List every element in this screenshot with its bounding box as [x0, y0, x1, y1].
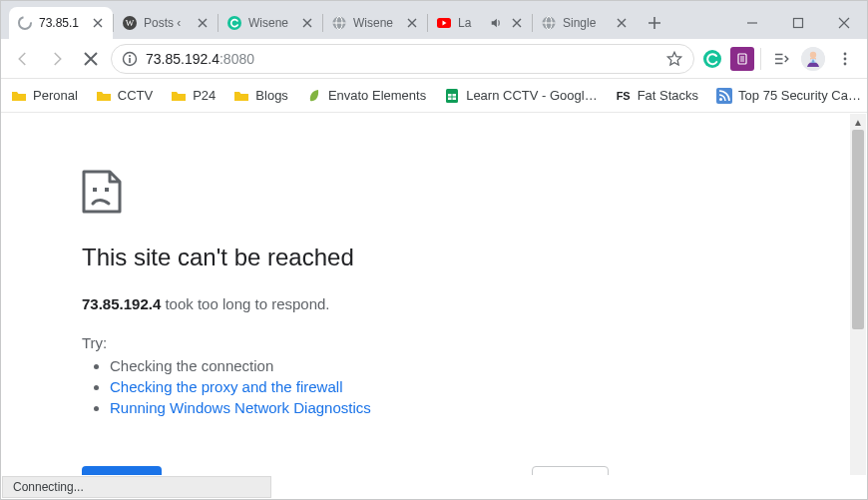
- bookmarks-bar: Peronal CCTV P24 Blogs Envato Elements L…: [1, 79, 867, 113]
- address-bar[interactable]: 73.85.192.4:8080: [111, 44, 694, 74]
- url-port: :8080: [219, 51, 254, 67]
- new-tab-button[interactable]: [641, 9, 668, 37]
- svg-point-19: [844, 52, 847, 55]
- bookmark-envato[interactable]: Envato Elements: [306, 88, 426, 104]
- minimize-button[interactable]: [729, 7, 775, 39]
- toolbar: 73.85.192.4:8080: [1, 39, 867, 79]
- error-page: This site can't be reached 73.85.192.4 t…: [2, 114, 641, 475]
- media-control-icon[interactable]: [767, 45, 795, 73]
- maximize-button[interactable]: [775, 7, 821, 39]
- close-icon[interactable]: [615, 16, 629, 30]
- reload-button[interactable]: Reload: [82, 466, 162, 475]
- bookmark-cctv[interactable]: CCTV: [96, 88, 153, 104]
- status-text: Connecting...: [13, 480, 84, 494]
- url-text: 73.85.192.4:8080: [146, 51, 657, 67]
- forward-button[interactable]: [43, 45, 71, 73]
- svg-point-11: [129, 55, 131, 57]
- vertical-scrollbar[interactable]: ▲: [850, 114, 866, 475]
- page-viewport: This site can't be reached 73.85.192.4 t…: [2, 114, 866, 475]
- error-host-rest: took too long to respond.: [161, 295, 329, 312]
- profile-avatar[interactable]: [801, 47, 825, 71]
- tab-active[interactable]: 73.85.1: [9, 7, 113, 39]
- sheets-icon: [444, 88, 460, 104]
- status-bar: Connecting...: [2, 476, 271, 498]
- separator: [760, 48, 761, 70]
- bookmark-top75[interactable]: Top 75 Security Ca…: [716, 88, 861, 104]
- grammarly-extension-icon[interactable]: [700, 47, 724, 71]
- close-icon[interactable]: [91, 16, 105, 30]
- fs-icon: FS: [616, 88, 632, 104]
- svg-point-13: [703, 50, 721, 68]
- bookmark-label: Learn CCTV - Googl…: [466, 88, 598, 103]
- close-icon[interactable]: [510, 16, 524, 30]
- tab-title: La: [458, 16, 482, 30]
- suggestion-item: Checking the connection: [110, 357, 641, 374]
- spinner-icon: [17, 15, 33, 31]
- evernote-extension-icon[interactable]: [730, 47, 754, 71]
- bookmark-peronal[interactable]: Peronal: [11, 88, 78, 104]
- svg-rect-12: [129, 58, 131, 63]
- bookmark-label: Fat Stacks: [638, 88, 698, 103]
- tab-title: 73.85.1: [39, 16, 85, 30]
- suggestion-text: Checking the connection: [110, 357, 273, 374]
- svg-point-0: [19, 17, 31, 29]
- scroll-thumb[interactable]: [852, 130, 864, 329]
- audio-icon[interactable]: [488, 15, 504, 31]
- tab-strip: 73.85.1 W Posts ‹ Wisene Wisene La: [1, 1, 867, 39]
- details-button[interactable]: Details: [532, 466, 609, 475]
- window-close-button[interactable]: [821, 7, 867, 39]
- svg-rect-27: [105, 188, 109, 192]
- close-icon[interactable]: [300, 16, 314, 30]
- svg-rect-9: [794, 19, 803, 28]
- tab-title: Wisene: [353, 16, 399, 30]
- suggestion-link[interactable]: Checking the proxy and the firewall: [110, 378, 342, 395]
- svg-rect-26: [93, 188, 97, 192]
- suggestions-list: Checking the connection Checking the pro…: [82, 357, 641, 416]
- bookmark-label: Peronal: [33, 88, 78, 103]
- suggestion-link[interactable]: Running Windows Network Diagnostics: [110, 399, 371, 416]
- bookmark-label: P24: [193, 88, 216, 103]
- url-host: 73.85.192.4: [146, 51, 219, 67]
- back-button[interactable]: [9, 45, 37, 73]
- rss-icon: [716, 88, 732, 104]
- chrome-menu-button[interactable]: [831, 45, 859, 73]
- grammarly-icon: [226, 15, 242, 31]
- svg-point-3: [227, 16, 241, 30]
- bookmark-star-icon[interactable]: [665, 50, 683, 68]
- tab-title: Single: [563, 16, 609, 30]
- folder-icon: [171, 88, 187, 104]
- bookmark-blogs[interactable]: Blogs: [233, 88, 288, 104]
- suggestion-item: Checking the proxy and the firewall: [110, 378, 641, 395]
- youtube-icon: [436, 15, 452, 31]
- svg-text:W: W: [126, 18, 135, 28]
- tab-single[interactable]: Single: [533, 7, 637, 39]
- wordpress-icon: W: [122, 15, 138, 31]
- error-buttons: Reload Details: [82, 466, 641, 475]
- error-host: 73.85.192.4: [82, 295, 161, 312]
- bookmark-fatstacks[interactable]: FS Fat Stacks: [616, 88, 698, 104]
- site-info-icon[interactable]: [122, 51, 138, 67]
- bookmark-learn-cctv[interactable]: Learn CCTV - Googl…: [444, 88, 598, 104]
- window-controls: [729, 7, 867, 39]
- svg-point-25: [719, 98, 722, 101]
- close-icon[interactable]: [405, 16, 419, 30]
- folder-icon: [11, 88, 27, 104]
- svg-point-20: [844, 57, 847, 60]
- bookmark-label: CCTV: [118, 88, 153, 103]
- tab-posts[interactable]: W Posts ‹: [114, 7, 217, 39]
- tab-youtube[interactable]: La: [428, 7, 532, 39]
- stop-button[interactable]: [77, 45, 105, 73]
- svg-point-21: [844, 62, 847, 65]
- suggestion-item: Running Windows Network Diagnostics: [110, 399, 641, 416]
- tab-wisene-1[interactable]: Wisene: [218, 7, 322, 39]
- close-icon[interactable]: [196, 16, 210, 30]
- scroll-up-icon[interactable]: ▲: [850, 114, 866, 130]
- folder-icon: [233, 88, 249, 104]
- globe-icon: [541, 15, 557, 31]
- folder-icon: [96, 88, 112, 104]
- tab-title: Wisene: [248, 16, 294, 30]
- bookmark-p24[interactable]: P24: [171, 88, 216, 104]
- bookmark-label: Blogs: [255, 88, 288, 103]
- tab-wisene-2[interactable]: Wisene: [323, 7, 427, 39]
- svg-point-16: [810, 51, 816, 57]
